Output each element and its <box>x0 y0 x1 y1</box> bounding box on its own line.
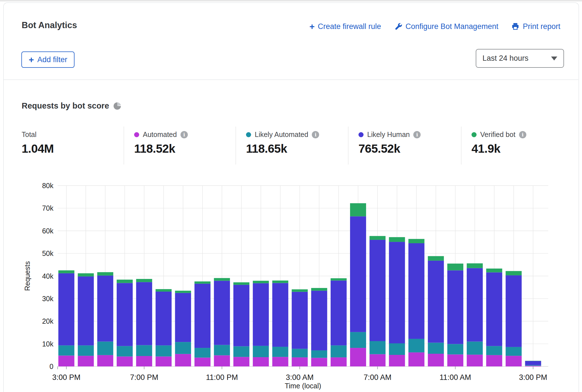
y-tick-label: 10k <box>42 340 54 348</box>
y-tick-label: 30k <box>42 295 54 303</box>
segment-likely-human <box>58 273 75 345</box>
segment-likely-automated <box>331 345 347 357</box>
stat-verified-bot: Verified boti41.9k <box>461 127 579 165</box>
info-icon[interactable]: i <box>413 131 421 138</box>
segment-likely-automated <box>97 342 113 355</box>
segment-automated <box>272 357 288 366</box>
segment-likely-automated <box>428 343 444 354</box>
bar-3-00-pm-end[interactable] <box>525 361 541 366</box>
stat-label: Likely Automated <box>255 130 308 139</box>
bar-2-00-pm[interactable] <box>506 271 522 366</box>
segment-verified-bot <box>253 281 269 283</box>
segment-likely-human <box>350 216 366 332</box>
x-tick-label: 3:00 PM <box>52 373 81 382</box>
y-tick-label: 20k <box>42 317 54 325</box>
bar-7-00-pm[interactable] <box>136 279 152 366</box>
x-tick-label: 11:00 AM <box>439 373 471 382</box>
action-label: Print report <box>523 22 560 31</box>
bar-5-00-pm[interactable] <box>97 272 113 366</box>
segment-likely-human <box>467 268 483 341</box>
bar-2-00-am[interactable] <box>272 281 288 366</box>
action-print-report[interactable]: Print report <box>511 22 560 31</box>
segment-automated <box>409 352 425 366</box>
x-tick-label: 11:00 PM <box>206 373 238 382</box>
bar-12-00-pm[interactable] <box>467 263 483 366</box>
bar-3-00-pm[interactable] <box>58 270 75 366</box>
info-icon[interactable]: i <box>312 131 319 138</box>
time-range-select[interactable]: Last 24 hours <box>476 49 564 68</box>
bar-5-00-am[interactable] <box>331 278 347 366</box>
bar-11-00-am[interactable] <box>447 263 463 366</box>
segment-automated <box>136 356 152 366</box>
segment-automated <box>447 354 463 366</box>
likely-automated-legend-dot <box>246 132 251 137</box>
segment-verified-bot <box>155 289 172 292</box>
stat-label: Verified bot <box>480 130 515 139</box>
segment-likely-automated <box>155 345 172 356</box>
section-title: Requests by bot score <box>22 101 121 111</box>
printer-icon <box>511 22 520 31</box>
pie-chart-icon <box>114 102 121 110</box>
bar-7-00-am[interactable] <box>369 236 385 366</box>
bar-6-00-am[interactable] <box>350 203 366 366</box>
wrench-icon <box>394 22 402 31</box>
bar-4-00-pm[interactable] <box>78 273 94 366</box>
y-tick-label: 40k <box>42 272 54 280</box>
segment-verified-bot <box>506 271 522 275</box>
segment-likely-human <box>78 276 94 345</box>
bar-3-00-am[interactable] <box>292 289 308 366</box>
y-tick-label: 0 <box>49 362 53 370</box>
segment-likely-automated <box>369 341 385 354</box>
segment-verified-bot <box>117 280 133 283</box>
segment-automated <box>117 357 133 366</box>
segment-likely-automated <box>175 342 191 354</box>
segment-likely-human <box>136 282 152 345</box>
plus-icon: + <box>29 55 34 64</box>
stat-header: Likely Automatedi <box>246 130 348 139</box>
stat-value: 118.52k <box>134 142 236 156</box>
action-create-firewall-rule[interactable]: +Create firewall rule <box>309 22 381 31</box>
segment-likely-human <box>253 283 269 346</box>
segment-automated <box>233 357 249 366</box>
x-tick-label: 3:00 AM <box>286 373 314 382</box>
bot-analytics-page: { "header": { "title": "Bot Analytics", … <box>0 0 582 392</box>
bar-8-00-am[interactable] <box>389 237 405 366</box>
segment-likely-automated <box>253 346 269 357</box>
automated-legend-dot <box>134 132 139 137</box>
bar-4-00-am[interactable] <box>311 288 327 366</box>
segment-likely-automated <box>447 344 463 354</box>
bar-12-00-am[interactable] <box>233 282 249 366</box>
bar-8-00-pm[interactable] <box>155 289 172 366</box>
x-tick-label: 7:00 PM <box>130 373 158 382</box>
x-tick-label: 3:00 PM <box>519 373 547 382</box>
stat-label: Total <box>22 130 37 139</box>
bar-9-00-am[interactable] <box>409 239 425 366</box>
action-label: Create firewall rule <box>318 22 381 31</box>
segment-automated <box>389 355 405 366</box>
bar-6-00-pm[interactable] <box>117 280 133 366</box>
bar-10-00-am[interactable] <box>428 256 444 366</box>
segment-likely-human <box>97 276 113 342</box>
bar-11-00-pm[interactable] <box>214 278 230 366</box>
info-icon[interactable]: i <box>519 131 526 138</box>
chevron-down-icon <box>551 57 557 60</box>
stat-automated: Automatedi118.52k <box>124 127 236 165</box>
y-tick-label: 80k <box>42 182 54 190</box>
bar-10-00-pm[interactable] <box>195 281 211 366</box>
segment-verified-bot <box>409 239 425 243</box>
action-configure-bot-management[interactable]: Configure Bot Management <box>394 22 498 31</box>
stat-total: Total1.04M <box>22 127 124 165</box>
bar-1-00-pm[interactable] <box>486 269 502 366</box>
segment-verified-bot <box>331 278 347 281</box>
add-filter-button[interactable]: + Add filter <box>21 51 75 68</box>
segment-likely-human <box>369 240 385 341</box>
info-icon[interactable]: i <box>181 131 188 138</box>
segment-verified-bot <box>447 263 463 270</box>
header-divider <box>4 80 578 80</box>
stat-value: 41.9k <box>472 142 579 156</box>
segment-automated <box>486 355 502 366</box>
segment-likely-human <box>195 284 211 348</box>
stat-value: 118.65k <box>246 142 348 156</box>
bar-1-00-am[interactable] <box>253 281 269 366</box>
bar-9-00-pm[interactable] <box>175 291 191 366</box>
